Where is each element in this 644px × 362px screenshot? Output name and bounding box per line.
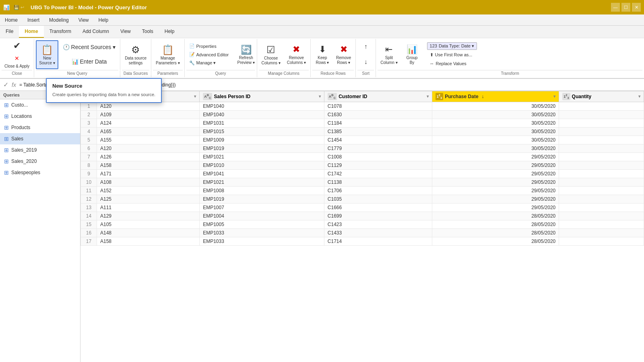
cell-quantity bbox=[559, 195, 644, 203]
data-grid[interactable]: ABC Location ID ▾ ABC Sales Person ID ▾ bbox=[80, 91, 644, 362]
col-header-purchase-date[interactable]: 123 Purchase Date ↓ ▾ bbox=[432, 91, 559, 102]
replace-values-button[interactable]: ↔ Replace Values bbox=[427, 60, 477, 67]
keep-rows-button[interactable]: ⬇ KeepRows ▾ bbox=[312, 40, 332, 69]
cell-customer-id: C1454 bbox=[324, 136, 432, 144]
filter-location-btn[interactable]: ▾ bbox=[194, 94, 196, 99]
cell-location-id: A126 bbox=[97, 152, 200, 161]
filter-date-btn[interactable]: ▾ bbox=[553, 94, 555, 99]
type-badge-quantity: 123 bbox=[562, 93, 570, 100]
sort-desc-button[interactable]: ↓ bbox=[359, 56, 373, 69]
cell-quantity bbox=[559, 169, 644, 178]
data-source-settings-button[interactable]: ⚙ Data sourcesettings bbox=[122, 40, 149, 69]
cell-rownum: 6 bbox=[81, 144, 97, 152]
tab-view[interactable]: View bbox=[115, 26, 136, 38]
manage-columns-buttons: ☑ ChooseColumns ▾ ✖ RemoveColumns ▾ bbox=[259, 40, 309, 69]
tab-file[interactable]: File bbox=[0, 26, 19, 38]
tooltip-title: New Source bbox=[52, 83, 155, 89]
col-label-salesperson: Sales Person ID bbox=[214, 94, 250, 99]
cell-quantity bbox=[559, 161, 644, 169]
tab-tools[interactable]: Tools bbox=[136, 26, 159, 38]
use-first-row-icon: ⬆ bbox=[430, 52, 433, 58]
group-by-icon: 📊 bbox=[407, 44, 417, 56]
manage-parameters-button[interactable]: 📋 ManageParameters ▾ bbox=[153, 40, 182, 69]
tab-transform[interactable]: Transform bbox=[44, 26, 77, 38]
split-column-button[interactable]: ⇤ SplitColumn ▾ bbox=[378, 41, 400, 69]
table-row: 8A158EMP1010C112929/05/2020 bbox=[81, 161, 644, 169]
parameters-group: 📋 ManageParameters ▾ Parameters bbox=[151, 39, 184, 77]
advanced-editor-icon: 📝 bbox=[189, 52, 195, 57]
advanced-editor-button[interactable]: 📝 Advanced Editor bbox=[186, 51, 232, 58]
cell-rownum: 12 bbox=[81, 195, 97, 203]
menu-home[interactable]: Home bbox=[0, 14, 23, 25]
cell-customer-id: C1423 bbox=[324, 220, 432, 228]
query-item-products[interactable]: ⊞ Products bbox=[0, 122, 80, 133]
data-sources-group-label: Data Sources bbox=[122, 70, 149, 76]
query-item-locations[interactable]: ⊞ Locations bbox=[0, 111, 80, 122]
formula-check-button[interactable]: ✓ bbox=[3, 81, 8, 88]
refresh-preview-button[interactable]: 🔄 RefreshPreview ▾ bbox=[235, 41, 258, 69]
query-group-label: Query bbox=[186, 70, 255, 76]
tab-help[interactable]: Help bbox=[159, 26, 180, 38]
menu-modeling[interactable]: Modeling bbox=[44, 14, 74, 25]
cell-location-id: A124 bbox=[97, 119, 200, 127]
new-query-group-label: New Query bbox=[36, 70, 118, 76]
manage-button[interactable]: 🔧 Manage ▾ bbox=[186, 59, 219, 67]
cell-quantity bbox=[559, 127, 644, 136]
tab-add-column[interactable]: Add Column bbox=[77, 26, 115, 38]
col-header-customer-id[interactable]: ABC Customer ID ▾ bbox=[324, 91, 432, 102]
filter-quantity-btn[interactable]: ▾ bbox=[638, 94, 640, 99]
properties-button[interactable]: 📄 Properties bbox=[186, 42, 219, 50]
sort-asc-button[interactable]: ↑ bbox=[359, 40, 373, 54]
remove-columns-button[interactable]: ✖ RemoveColumns ▾ bbox=[284, 40, 309, 69]
window-controls: — ☐ ✕ bbox=[611, 3, 641, 12]
col-header-salesperson-id[interactable]: ABC Sales Person ID ▾ bbox=[200, 91, 324, 102]
table-row: 5A155EMP1009C145430/05/2020 bbox=[81, 136, 644, 144]
query-item-sales[interactable]: ⊞ Sales bbox=[0, 133, 80, 144]
menu-view[interactable]: View bbox=[74, 14, 94, 25]
new-source-label: NewSource ▾ bbox=[39, 56, 55, 66]
cell-quantity bbox=[559, 152, 644, 161]
filter-customer-btn[interactable]: ▾ bbox=[427, 94, 429, 99]
data-type-button[interactable]: 123 Data Type: Date ▾ bbox=[427, 42, 477, 50]
use-first-row-button[interactable]: ⬆ Use First Row as... bbox=[427, 51, 477, 59]
tab-home[interactable]: Home bbox=[19, 26, 43, 38]
query-item-sales2019[interactable]: ⊞ Sales_2019 bbox=[0, 144, 80, 156]
cell-location-id: A111 bbox=[97, 203, 200, 212]
cell-purchase-date: 30/05/2020 bbox=[432, 119, 559, 127]
col-label-date: Purchase Date bbox=[445, 94, 478, 99]
menu-help[interactable]: Help bbox=[94, 14, 114, 25]
cell-rownum: 5 bbox=[81, 136, 97, 144]
query-item-salespeoples[interactable]: ⊞ Salespeoples bbox=[0, 167, 80, 178]
menu-insert[interactable]: Insert bbox=[23, 14, 44, 25]
table-row: 1A120EMP1040C107830/05/2020 bbox=[81, 102, 644, 110]
col-header-quantity[interactable]: 123 Quantity ▾ bbox=[559, 91, 644, 102]
remove-rows-button[interactable]: ✖ RemoveRows ▾ bbox=[333, 40, 354, 69]
choose-columns-icon: ☑ bbox=[266, 43, 275, 56]
new-source-tooltip: New Source Create queries by importing d… bbox=[46, 78, 162, 103]
cell-quantity bbox=[559, 178, 644, 186]
close-button[interactable]: ✕ bbox=[632, 3, 641, 12]
cell-customer-id: C1078 bbox=[324, 102, 432, 110]
group-by-button[interactable]: 📊 GroupBy bbox=[402, 41, 422, 69]
filter-salesperson-btn[interactable]: ▾ bbox=[319, 94, 321, 99]
cell-rownum: 14 bbox=[81, 212, 97, 220]
cell-purchase-date: 29/05/2020 bbox=[432, 203, 559, 212]
tooltip-description: Create queries by importing data from a … bbox=[52, 91, 155, 98]
minimize-button[interactable]: — bbox=[611, 3, 620, 12]
enter-data-button[interactable]: 📊 Enter Data bbox=[60, 55, 118, 69]
query-sales-label: Sales bbox=[11, 136, 23, 142]
query-item-sales2020[interactable]: ⊞ Sales_2020 bbox=[0, 156, 80, 167]
recent-sources-button[interactable]: 🕐 Recent Sources ▾ bbox=[60, 41, 118, 54]
parameters-group-label: Parameters bbox=[153, 70, 182, 76]
cell-rownum: 8 bbox=[81, 161, 97, 169]
data-type-label: Data Type: Date ▾ bbox=[439, 43, 474, 49]
close-apply-button[interactable]: ✔✕ Close & Apply bbox=[2, 40, 32, 69]
new-source-button[interactable]: 📋 NewSource ▾ bbox=[36, 40, 58, 69]
manage-parameters-icon: 📋 bbox=[162, 43, 174, 56]
cell-purchase-date: 30/05/2020 bbox=[432, 136, 559, 144]
properties-icon: 📄 bbox=[189, 43, 195, 49]
choose-columns-button[interactable]: ☑ ChooseColumns ▾ bbox=[259, 40, 283, 69]
cell-salesperson-id: EMP1007 bbox=[200, 203, 324, 212]
maximize-button[interactable]: ☐ bbox=[621, 3, 630, 12]
cell-purchase-date: 28/05/2020 bbox=[432, 228, 559, 237]
